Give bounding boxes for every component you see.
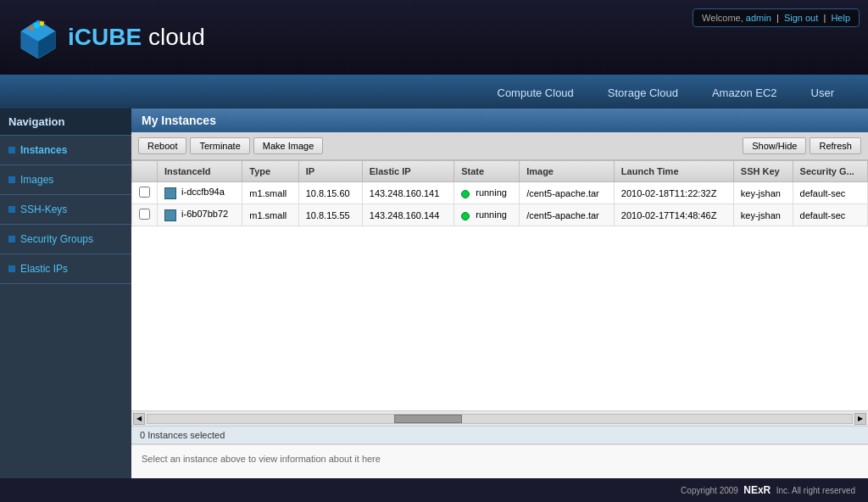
- sidebar-section-security-groups: Security Groups: [0, 225, 131, 254]
- sidebar-item-images[interactable]: Images: [0, 170, 131, 190]
- row2-state: running: [454, 204, 520, 226]
- nav-user[interactable]: User: [794, 80, 851, 106]
- page-title: My Instances: [131, 109, 868, 132]
- table-row: i-6b07bb72 m1.small 10.8.15.55 143.248.1…: [132, 204, 868, 226]
- row1-type: m1.small: [242, 182, 298, 204]
- sidebar-item-elastic-ips[interactable]: Elastic IPs: [0, 259, 131, 279]
- col-image[interactable]: Image: [520, 161, 615, 182]
- col-security-group[interactable]: Security G...: [793, 161, 867, 182]
- logo-icube: iCUBE: [68, 24, 142, 50]
- col-instance-id[interactable]: InstanceId: [158, 161, 242, 182]
- svg-rect-6: [30, 26, 33, 30]
- reboot-button[interactable]: Reboot: [138, 137, 186, 154]
- main-layout: Navigation Instances Images SSH-Keys Sec…: [0, 109, 868, 478]
- row1-instance-id: i-dccfb94a: [158, 182, 242, 204]
- terminate-button[interactable]: Terminate: [190, 137, 249, 154]
- status-dot-running: [461, 190, 470, 198]
- bullet-icon: [8, 206, 15, 213]
- row1-security-group: default-sec: [793, 182, 867, 204]
- row2-elastic-ip: 143.248.160.144: [362, 204, 453, 226]
- footer-logo: NExR: [741, 484, 774, 496]
- bullet-icon: [8, 147, 15, 153]
- table-header-row: InstanceId Type IP Elastic IP State Imag…: [132, 161, 868, 182]
- col-type[interactable]: Type: [242, 161, 298, 182]
- nav-storage-cloud[interactable]: Storage Cloud: [591, 80, 695, 106]
- sidebar-item-instances[interactable]: Instances: [0, 140, 131, 160]
- top-bar: Welcome, admin | Sign out | Help iCUBE c…: [0, 0, 868, 76]
- table-row: i-dccfb94a m1.small 10.8.15.60 143.248.1…: [132, 182, 868, 204]
- row1-ip: 10.8.15.60: [298, 182, 362, 204]
- bullet-icon: [8, 236, 15, 243]
- show-hide-button[interactable]: Show/Hide: [743, 137, 806, 154]
- nav-compute-cloud[interactable]: Compute Cloud: [481, 80, 591, 106]
- row2-ssh-key: key-jshan: [733, 204, 793, 226]
- info-placeholder-text: Select an instance above to view informa…: [142, 454, 381, 464]
- col-launch-time[interactable]: Launch Time: [614, 161, 733, 182]
- instances-table-wrapper[interactable]: InstanceId Type IP Elastic IP State Imag…: [131, 160, 868, 410]
- sidebar-label-security-groups: Security Groups: [20, 233, 93, 245]
- nav-amazon-ec2[interactable]: Amazon EC2: [695, 80, 794, 106]
- bullet-icon: [8, 176, 15, 183]
- row2-launch-time: 2010-02-17T14:48:46Z: [614, 204, 733, 226]
- help-link[interactable]: Help: [831, 13, 850, 23]
- scrollbar-track[interactable]: [147, 414, 853, 424]
- footer-rights: Inc. All right reserved: [776, 486, 855, 495]
- content-area: My Instances Reboot Terminate Make Image…: [131, 109, 868, 478]
- sidebar: Navigation Instances Images SSH-Keys Sec…: [0, 109, 131, 478]
- row1-checkbox-cell[interactable]: [132, 182, 158, 204]
- instances-table: InstanceId Type IP Elastic IP State Imag…: [131, 160, 868, 226]
- row2-type: m1.small: [242, 204, 298, 226]
- scroll-right-arrow[interactable]: ▶: [854, 413, 866, 425]
- row1-ssh-key: key-jshan: [733, 182, 793, 204]
- sidebar-section-images: Images: [0, 165, 131, 195]
- instance-icon: [164, 209, 176, 221]
- toolbar: Reboot Terminate Make Image Show/Hide Re…: [131, 132, 868, 160]
- row2-instance-id: i-6b07bb72: [158, 204, 242, 226]
- logo-cloud: cloud: [148, 24, 205, 50]
- welcome-text: Welcome,: [702, 13, 743, 23]
- sidebar-section-elastic-ips: Elastic IPs: [0, 254, 131, 284]
- sidebar-item-security-groups[interactable]: Security Groups: [0, 229, 131, 249]
- sidebar-item-sshkeys[interactable]: SSH-Keys: [0, 199, 131, 220]
- make-image-button[interactable]: Make Image: [253, 137, 324, 154]
- sidebar-label-elastic-ips: Elastic IPs: [20, 263, 68, 275]
- sidebar-label-instances: Instances: [20, 144, 67, 156]
- row1-image: /cent5-apache.tar: [520, 182, 615, 204]
- status-dot-running: [461, 212, 470, 220]
- username-link[interactable]: admin: [746, 13, 771, 23]
- row1-launch-time: 2010-02-18T11:22:32Z: [614, 182, 733, 204]
- sign-out-link[interactable]: Sign out: [784, 13, 818, 23]
- col-ip[interactable]: IP: [298, 161, 362, 182]
- col-state[interactable]: State: [454, 161, 520, 182]
- scrollbar-thumb[interactable]: [394, 415, 462, 423]
- sidebar-section-instances: Instances: [0, 136, 131, 165]
- col-ssh-key[interactable]: SSH Key: [733, 161, 793, 182]
- row1-checkbox[interactable]: [139, 187, 150, 198]
- instances-selected-count: 0 Instances selected: [140, 430, 225, 440]
- row2-ip: 10.8.15.55: [298, 204, 362, 226]
- bullet-icon: [8, 265, 15, 272]
- logo-text: iCUBE cloud: [68, 24, 205, 51]
- row1-state: running: [454, 182, 520, 204]
- info-panel: Select an instance above to view informa…: [131, 444, 868, 478]
- col-elastic-ip[interactable]: Elastic IP: [362, 161, 453, 182]
- sidebar-section-sshkeys: SSH-Keys: [0, 195, 131, 225]
- logo-area: iCUBE cloud: [17, 16, 205, 59]
- nav-bar: Compute Cloud Storage Cloud Amazon EC2 U…: [0, 76, 868, 109]
- svg-rect-4: [34, 23, 40, 29]
- scroll-left-arrow[interactable]: ◀: [133, 413, 145, 425]
- col-checkbox: [132, 161, 158, 182]
- logo-icon: [17, 16, 59, 59]
- horizontal-scrollbar[interactable]: ◀ ▶: [131, 410, 868, 426]
- sidebar-label-images: Images: [20, 174, 53, 186]
- sidebar-title: Navigation: [0, 109, 131, 136]
- refresh-button[interactable]: Refresh: [810, 137, 861, 154]
- row1-elastic-ip: 143.248.160.141: [362, 182, 453, 204]
- toolbar-right: Show/Hide Refresh: [743, 137, 861, 154]
- user-bar: Welcome, admin | Sign out | Help: [693, 8, 860, 27]
- row2-image: /cent5-apache.tar: [520, 204, 615, 226]
- row2-checkbox[interactable]: [139, 209, 150, 220]
- row2-security-group: default-sec: [793, 204, 867, 226]
- instance-icon: [164, 187, 176, 199]
- row2-checkbox-cell[interactable]: [132, 204, 158, 226]
